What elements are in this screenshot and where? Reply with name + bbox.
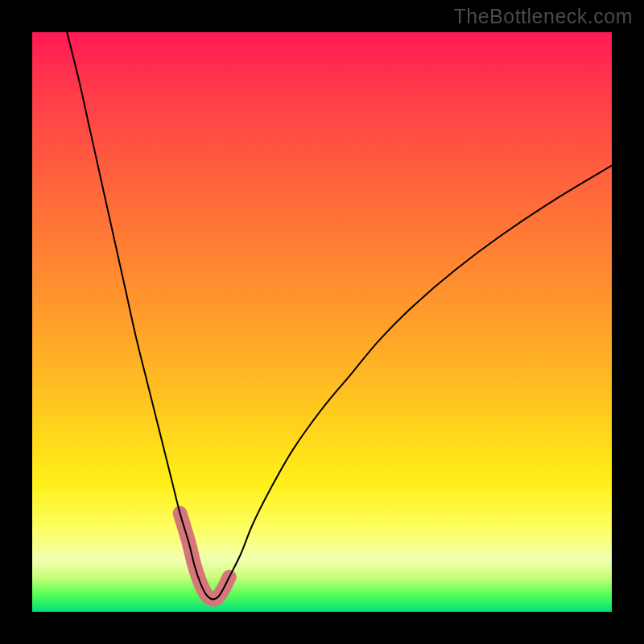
chart-frame: TheBottleneck.com bbox=[0, 0, 644, 644]
plot-area bbox=[32, 32, 612, 612]
bottleneck-curve bbox=[67, 32, 612, 599]
curve-svg bbox=[32, 32, 612, 612]
highlighted-min-band bbox=[180, 514, 229, 600]
watermark-text: TheBottleneck.com bbox=[454, 5, 634, 28]
